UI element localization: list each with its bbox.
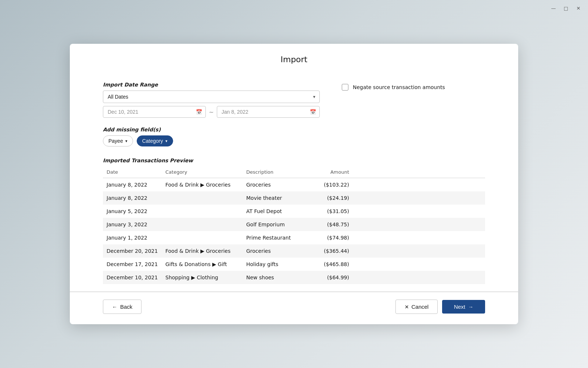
cell-date: December 20, 2021 [103,244,162,258]
table-row: December 10, 2021Shopping ▶ ClothingNew … [103,271,485,284]
date-range-section: Import Date Range All Dates Last 30 Days… [103,82,485,118]
cell-date: January 8, 2022 [103,178,162,192]
cell-date: January 1, 2022 [103,231,162,244]
cancel-x-icon: ✕ [405,304,409,310]
minimize-control[interactable]: — [551,5,556,11]
cell-amount: ($465.88) [309,258,353,271]
date-range-separator: ~ [209,109,214,116]
cell-category [162,218,243,231]
back-button-label: Back [120,304,132,310]
cell-category [162,231,243,244]
category-chevron-icon: ▾ [165,139,168,144]
next-arrow-icon: → [468,304,473,310]
cancel-button[interactable]: ✕ Cancel [395,300,438,314]
next-button[interactable]: Next → [442,300,485,314]
cell-extra [353,258,485,271]
cell-extra [353,178,485,192]
cell-date: December 10, 2021 [103,271,162,284]
preview-label: Imported Transactions Preview [103,158,485,163]
negate-source-row: Negate source transaction amounts [342,82,445,91]
table-row: January 3, 2022Golf Emporium($48.75) [103,218,485,231]
table-row: January 1, 2022Prime Restaurant($74.98) [103,231,485,244]
cell-date: January 8, 2022 [103,191,162,205]
missing-fields-buttons-row: Payee ▾ Category ▾ [103,135,485,146]
col-header-amount: Amount [309,166,353,178]
cell-description: AT Fuel Depot [243,205,309,218]
col-header-extra [353,166,485,178]
dialog-title: Import [70,44,518,73]
cell-amount: ($74.98) [309,231,353,244]
footer-right: ✕ Cancel Next → [395,300,485,314]
footer-left: ← Back [103,300,141,314]
dialog-body: Import Date Range All Dates Last 30 Days… [70,73,518,291]
cell-amount: ($103.22) [309,178,353,192]
cell-amount: ($48.75) [309,218,353,231]
cell-category [162,205,243,218]
date-range-label: Import Date Range [103,82,320,88]
dialog-footer: ← Back ✕ Cancel Next → [70,292,518,324]
cell-description: New shoes [243,271,309,284]
table-row: January 8, 2022Movie theater($24.19) [103,191,485,205]
col-header-date: Date [103,166,162,178]
cell-category: Food & Drink ▶ Groceries [162,178,243,192]
cell-category: Shopping ▶ Clothing [162,271,243,284]
cell-extra [353,231,485,244]
transactions-table: Date Category Description Amount January… [103,166,485,284]
next-button-label: Next [454,304,465,310]
category-pill-button[interactable]: Category ▾ [137,135,173,146]
missing-fields-label: Add missing field(s) [103,127,485,132]
cell-extra [353,271,485,284]
back-arrow-icon: ← [112,304,117,310]
cell-amount: ($31.05) [309,205,353,218]
col-header-description: Description [243,166,309,178]
maximize-control[interactable]: □ [563,5,569,11]
cell-description: Groceries [243,178,309,192]
cell-category: Gifts & Donations ▶ Gift [162,258,243,271]
table-row: January 5, 2022AT Fuel Depot($31.05) [103,205,485,218]
cell-extra [353,191,485,205]
cell-description: Prime Restaurant [243,231,309,244]
date-range-select[interactable]: All Dates Last 30 Days Last 60 Days Last… [103,91,320,103]
cell-description: Groceries [243,244,309,258]
cell-description: Movie theater [243,191,309,205]
cell-amount: ($64.99) [309,271,353,284]
date-range-select-wrapper: All Dates Last 30 Days Last 60 Days Last… [103,91,320,103]
table-row: January 8, 2022Food & Drink ▶ GroceriesG… [103,178,485,192]
cell-description: Holiday gifts [243,258,309,271]
table-row: December 20, 2021Food & Drink ▶ Grocerie… [103,244,485,258]
cancel-button-label: Cancel [411,304,429,310]
date-range-left: Import Date Range All Dates Last 30 Days… [103,82,320,118]
negate-checkbox[interactable] [342,84,348,91]
import-dialog: Import Import Date Range All Dates Last … [70,44,518,324]
payee-pill-button[interactable]: Payee ▾ [103,135,133,146]
start-date-wrapper: 📅 [103,106,206,118]
negate-label: Negate source transaction amounts [353,84,445,90]
back-button[interactable]: ← Back [103,300,141,314]
cell-extra [353,205,485,218]
cell-amount: ($365.44) [309,244,353,258]
cell-category [162,191,243,205]
cell-date: December 17, 2021 [103,258,162,271]
close-control[interactable]: ✕ [576,5,581,11]
end-date-input[interactable] [217,106,320,118]
col-header-category: Category [162,166,243,178]
end-date-wrapper: 📅 [217,106,320,118]
date-inputs-row: 📅 ~ 📅 [103,106,320,118]
category-pill-label: Category [142,138,163,144]
payee-pill-label: Payee [108,138,123,144]
cell-date: January 3, 2022 [103,218,162,231]
cell-extra [353,218,485,231]
cell-date: January 5, 2022 [103,205,162,218]
cell-extra [353,244,485,258]
cell-description: Golf Emporium [243,218,309,231]
start-date-input[interactable] [103,106,206,118]
cell-amount: ($24.19) [309,191,353,205]
preview-section: Imported Transactions Preview Date Categ… [103,158,485,284]
table-row: December 17, 2021Gifts & Donations ▶ Gif… [103,258,485,271]
missing-fields-section: Add missing field(s) Payee ▾ Category ▾ [103,127,485,146]
payee-chevron-icon: ▾ [125,139,128,144]
cell-category: Food & Drink ▶ Groceries [162,244,243,258]
